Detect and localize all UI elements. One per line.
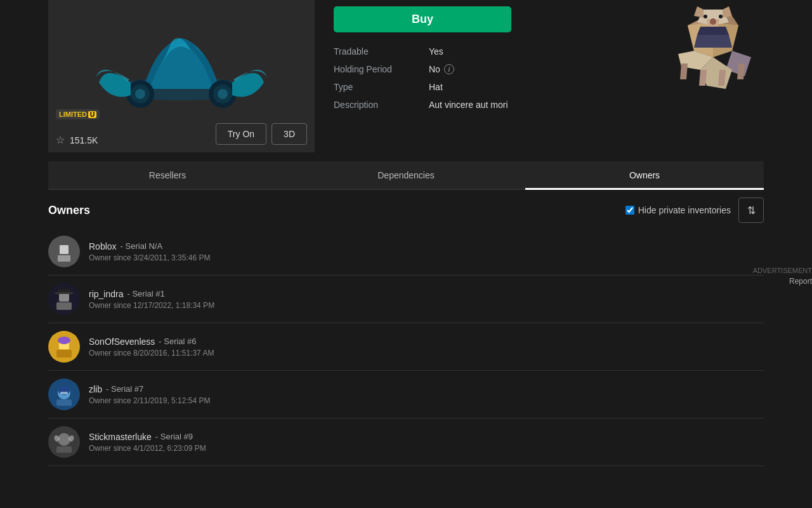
three-d-button[interactable]: 3D <box>272 123 307 145</box>
owner-name-row: Roblox - Serial N/A <box>89 241 210 251</box>
svg-point-3 <box>135 89 145 99</box>
avatar-zlib-svg <box>51 382 77 407</box>
svg-point-18 <box>710 18 716 25</box>
svg-marker-23 <box>699 70 707 86</box>
tabs-section: Resellers Dependencies Owners <box>48 161 764 190</box>
avatar-son-svg <box>51 334 77 359</box>
try-on-button[interactable]: Try On <box>216 123 266 145</box>
type-row: Type Hat <box>334 78 650 96</box>
owner-since: Owner since 4/1/2012, 6:23:09 PM <box>89 444 206 453</box>
holding-period-row: Holding Period No i <box>334 60 650 78</box>
svg-rect-41 <box>56 399 72 406</box>
svg-rect-34 <box>55 292 73 294</box>
report-link[interactable]: Report <box>789 277 812 286</box>
preview-image-area <box>662 0 764 152</box>
owner-row[interactable]: zlib - Serial #7 Owner since 2/11/2019, … <box>48 371 764 418</box>
avatar-roblox-svg <box>51 239 77 264</box>
item-details-area: Buy Tradable Yes Holding Period No i Typ… <box>315 0 662 152</box>
description-row: Description Aut vincere aut mori <box>334 96 650 114</box>
hide-private-checkbox[interactable] <box>625 206 634 215</box>
owner-avatar <box>48 426 80 458</box>
owner-name-row: Stickmasterluke - Serial #9 <box>89 432 206 442</box>
owner-name: zlib <box>89 384 102 394</box>
owner-since: Owner since 3/24/2011, 3:35:46 PM <box>89 253 210 262</box>
owner-row[interactable]: Stickmasterluke - Serial #9 Owner since … <box>48 418 764 466</box>
ad-area: ADVERTISEMENT Report <box>685 267 812 286</box>
limited-badge-row: LIMITED U <box>56 109 100 119</box>
owner-info: Roblox - Serial N/A Owner since 3/24/201… <box>89 241 210 262</box>
limited-u-text: U <box>88 111 96 118</box>
owner-info: zlib - Serial #7 Owner since 2/11/2019, … <box>89 384 210 405</box>
tab-owners[interactable]: Owners <box>525 163 764 190</box>
owner-since: Owner since 2/11/2019, 5:12:54 PM <box>89 396 210 405</box>
svg-marker-24 <box>718 70 726 86</box>
owner-name-row: SonOfSevenless - Serial #6 <box>89 337 214 347</box>
favorites-count: 151.5K <box>70 135 98 145</box>
svg-marker-26 <box>737 64 745 79</box>
holding-period-value: No i <box>429 64 454 74</box>
avatar-stick-svg <box>51 429 77 455</box>
tab-dependencies[interactable]: Dependencies <box>287 163 525 190</box>
svg-rect-43 <box>60 392 68 394</box>
owner-serial: - Serial #7 <box>106 384 143 394</box>
tab-resellers[interactable]: Resellers <box>48 163 287 190</box>
tradable-label: Tradable <box>334 46 429 57</box>
owner-name: Roblox <box>89 241 117 251</box>
tradable-value: Yes <box>429 46 443 57</box>
owner-row[interactable]: Roblox - Serial N/A Owner since 3/24/201… <box>48 228 764 276</box>
main-content: LIMITED U ☆ 151.5K Try On 3D Bu <box>0 0 812 466</box>
hide-private-label[interactable]: Hide private inventories <box>625 205 731 215</box>
item-image-area: LIMITED U ☆ 151.5K Try On 3D <box>48 0 315 152</box>
description-label: Description <box>334 100 429 110</box>
svg-point-6 <box>218 89 228 99</box>
buy-button[interactable]: Buy <box>334 6 511 32</box>
svg-marker-22 <box>694 35 732 48</box>
owner-name: Stickmasterluke <box>89 432 152 442</box>
owner-name-row: rip_indra - Serial #1 <box>89 289 214 299</box>
holding-period-label: Holding Period <box>334 64 429 74</box>
owner-avatar <box>48 331 80 363</box>
svg-rect-29 <box>58 255 70 262</box>
svg-point-19 <box>704 15 707 18</box>
owner-info: rip_indra - Serial #1 Owner since 12/17/… <box>89 289 214 310</box>
owner-avatar <box>48 236 80 267</box>
svg-marker-25 <box>680 64 688 79</box>
svg-marker-15 <box>694 6 704 18</box>
owner-row[interactable]: rip_indra - Serial #1 Owner since 12/17/… <box>48 276 764 323</box>
svg-point-38 <box>58 337 70 344</box>
owner-name-row: zlib - Serial #7 <box>89 384 210 394</box>
owner-row[interactable]: SonOfSevenless - Serial #6 Owner since 8… <box>48 323 764 371</box>
svg-marker-16 <box>723 6 732 18</box>
owner-name: SonOfSevenless <box>89 337 155 347</box>
owner-info: SonOfSevenless - Serial #6 Owner since 8… <box>89 337 214 358</box>
owner-serial: - Serial #1 <box>127 289 164 298</box>
owner-serial: - Serial #9 <box>155 432 193 441</box>
item-hat-svg <box>93 25 270 127</box>
owner-since: Owner since 8/20/2016, 11:51:37 AM <box>89 349 214 358</box>
star-icon[interactable]: ☆ <box>56 134 65 146</box>
svg-rect-28 <box>60 245 69 254</box>
owners-list: Roblox - Serial N/A Owner since 3/24/201… <box>48 228 764 466</box>
owner-avatar <box>48 283 80 315</box>
sort-button[interactable]: ⇅ <box>738 197 764 223</box>
owner-name: rip_indra <box>89 289 123 299</box>
page-wrapper: LIMITED U ☆ 151.5K Try On 3D Bu <box>0 0 812 508</box>
owners-title: Owners <box>48 204 90 217</box>
svg-point-20 <box>719 15 723 18</box>
tradable-row: Tradable Yes <box>334 43 650 60</box>
svg-rect-37 <box>56 350 72 358</box>
owner-info: Stickmasterluke - Serial #9 Owner since … <box>89 432 206 453</box>
description-value: Aut vincere aut mori <box>429 100 508 110</box>
owner-since: Owner since 12/17/2022, 1:18:34 PM <box>89 301 214 310</box>
owners-controls: Hide private inventories ⇅ <box>625 197 764 223</box>
favorites-row: ☆ 151.5K <box>56 134 98 146</box>
tabs-bar: Resellers Dependencies Owners <box>48 161 764 190</box>
preview-character-svg <box>669 6 757 89</box>
hide-private-text: Hide private inventories <box>638 205 731 215</box>
type-label: Type <box>334 82 429 92</box>
svg-rect-32 <box>56 302 72 310</box>
info-icon[interactable]: i <box>444 64 454 74</box>
button-row: Try On 3D <box>216 123 307 145</box>
buy-button-row: Buy <box>334 6 650 32</box>
type-value: Hat <box>429 82 443 92</box>
